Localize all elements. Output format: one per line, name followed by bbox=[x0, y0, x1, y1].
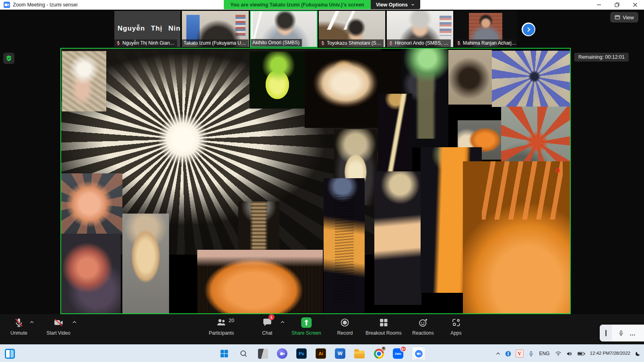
shield-check-icon bbox=[5, 55, 12, 62]
taskbar-app-word[interactable]: W bbox=[334, 348, 346, 360]
participant-thumbnail-nguyen[interactable]: Nguyễn Thị Nin... Nguyễn Thị Ninh Gian… bbox=[114, 10, 181, 47]
battery-charging-icon[interactable] bbox=[577, 351, 586, 357]
system-tray: V ENG 12:42 PM 7/28/2022 bbox=[495, 345, 641, 362]
v-app-tray-icon[interactable]: V bbox=[516, 350, 524, 358]
chrome-profile-avatar bbox=[381, 346, 386, 351]
toolbar-button-label: Share Screen bbox=[291, 330, 321, 336]
close-button[interactable] bbox=[626, 0, 644, 10]
toolbar-apps-button[interactable]: Apps bbox=[450, 317, 461, 336]
participant-name-label: Akihito Omori (SMBS) bbox=[251, 39, 302, 47]
chevron-right-icon bbox=[523, 24, 535, 35]
participant-name-label: Mahima Ranjan Acharj… bbox=[455, 39, 517, 47]
breakout-rooms-icon bbox=[378, 317, 389, 328]
participant-name-text: Hironori Ando (SMBS, … bbox=[395, 40, 448, 46]
minimize-button[interactable] bbox=[590, 0, 608, 10]
collage-photo-pale-orange-tube bbox=[374, 171, 421, 305]
remaining-time-badge: Remaining: 00:12:01 bbox=[574, 53, 629, 62]
taskbar-app-dark-gray[interactable] bbox=[257, 348, 269, 360]
next-participants-button[interactable] bbox=[522, 23, 535, 36]
collage-photo-orange-segmented-worm bbox=[324, 178, 365, 314]
taskbar-app-video-call[interactable] bbox=[276, 348, 288, 360]
taskbar-app-photoshop[interactable]: Ps bbox=[295, 348, 308, 360]
share-screen-icon bbox=[301, 317, 312, 328]
start-button[interactable] bbox=[218, 348, 230, 360]
toolbar-start-video-button[interactable]: Start Video bbox=[46, 317, 70, 336]
participant-thumbnail-ando[interactable]: Hironori Ando (SMBS, … bbox=[386, 10, 454, 47]
record-icon bbox=[340, 317, 350, 328]
zalo-icon: Zalo 5+ bbox=[393, 348, 403, 359]
participant-thumbnail-takato[interactable]: Takato Izumi (Fukuyama U… bbox=[182, 10, 249, 47]
participant-name-text: Takato Izumi (Fukuyama U… bbox=[184, 40, 246, 46]
language-indicator[interactable]: ENG bbox=[539, 351, 551, 356]
search-button[interactable] bbox=[237, 348, 250, 360]
taskbar-app-zalo[interactable]: Zalo 5+ bbox=[392, 348, 404, 360]
toolbar-breakout-rooms-button[interactable]: Breakout Rooms bbox=[365, 317, 401, 336]
toolbar-button-label: Reactions bbox=[412, 330, 433, 336]
clock-time: 12:42 PM bbox=[590, 351, 610, 356]
toolbar-button-label: Unmute bbox=[10, 330, 27, 336]
clock-date: 7/28/2022 bbox=[610, 351, 630, 356]
participant-name-text: Nguyễn Thị Ninh Gian… bbox=[122, 40, 175, 46]
collage-photo-orange-tentacle-closeup bbox=[463, 161, 571, 314]
participant-thumbnail-shimotani[interactable]: Toyokazu Shimotani (S… bbox=[318, 10, 386, 47]
viewing-screen-message: You are viewing Takato Izumi (Fukuyama U… bbox=[224, 0, 371, 9]
toolbar-button-label: Record bbox=[337, 330, 353, 336]
participant-video-strip: Nguyễn Thị Nin... Nguyễn Thị Ninh Gian… … bbox=[0, 10, 644, 47]
widgets-icon[interactable] bbox=[5, 349, 15, 359]
taskbar-app-file-explorer[interactable] bbox=[353, 348, 365, 360]
toolbar-record-button[interactable]: Record bbox=[337, 317, 353, 336]
chevron-up-icon bbox=[495, 351, 501, 356]
word-icon: W bbox=[335, 348, 345, 359]
toolbar-button-label: Participants bbox=[209, 330, 234, 336]
red-pointer-dot bbox=[556, 169, 560, 173]
participant-name-text: Akihito Omori (SMBS) bbox=[252, 40, 299, 45]
taskbar-app-illustrator[interactable]: Ai bbox=[315, 348, 327, 360]
dark-gray-app-icon bbox=[258, 349, 268, 359]
video-app-icon bbox=[277, 348, 287, 359]
bluetooth-icon[interactable] bbox=[505, 351, 511, 357]
toolbar-reactions-button[interactable]: Reactions bbox=[412, 317, 433, 336]
microphone-icon[interactable] bbox=[618, 330, 624, 336]
muted-mic-icon bbox=[456, 41, 461, 45]
meeting-security-button[interactable] bbox=[3, 53, 14, 64]
notification-badge: 1 bbox=[268, 314, 275, 320]
chevron-up-icon[interactable] bbox=[72, 319, 77, 325]
focus-assist-moon-icon[interactable] bbox=[635, 351, 641, 357]
apps-icon bbox=[451, 317, 461, 328]
taskbar-app-icons: Ps Ai W Zalo 5+ bbox=[218, 345, 426, 362]
participant-name-label: Nguyễn Thị Ninh Gian… bbox=[114, 39, 177, 47]
toolbar-participants-button[interactable]: 20 Participants bbox=[209, 317, 234, 336]
text-cursor-icon bbox=[605, 330, 607, 336]
taskbar-app-chrome[interactable] bbox=[373, 348, 385, 360]
collage-photo-beige-anemone-on-rock bbox=[122, 214, 169, 314]
view-layout-button[interactable]: View bbox=[610, 12, 638, 23]
participant-name-label: Toyokazu Shimotani (S… bbox=[319, 39, 384, 47]
volume-icon[interactable] bbox=[566, 350, 573, 357]
chevron-up-icon[interactable] bbox=[29, 319, 35, 325]
view-options-label: View Options bbox=[376, 2, 408, 8]
window-title: Zoom Meeting - Izumi sensei bbox=[13, 2, 77, 8]
participant-thumbnail-mahima[interactable]: Mahima Ranjan Acharj… bbox=[454, 10, 517, 47]
reactions-icon bbox=[418, 317, 428, 328]
microphone-tray-icon[interactable] bbox=[528, 351, 534, 357]
more-options-ellipsis[interactable]: … bbox=[630, 330, 636, 337]
unmute-icon bbox=[14, 317, 24, 328]
wifi-icon[interactable] bbox=[555, 350, 561, 357]
taskbar-clock[interactable]: 12:42 PM 7/28/2022 bbox=[590, 351, 630, 356]
meeting-content-area: Nguyễn Thị Nin... Nguyễn Thị Ninh Gian… … bbox=[0, 10, 644, 344]
participant-thumbnail-omori[interactable]: Akihito Omori (SMBS) bbox=[250, 10, 318, 47]
toolbar-chat-button[interactable]: 1 Chat bbox=[262, 317, 272, 336]
start-video-icon bbox=[53, 317, 64, 328]
chevron-up-icon[interactable] bbox=[280, 319, 285, 325]
toolbar-share-screen-button[interactable]: Share Screen bbox=[291, 317, 321, 336]
zoom-toolbar: Unmute Start Video 20 Participants 1 Cha… bbox=[0, 314, 644, 344]
participant-name-label: Hironori Ando (SMBS, … bbox=[387, 39, 451, 47]
taskbar-app-zoom[interactable] bbox=[411, 346, 426, 361]
participant-display-name: Nguyễn Thị Nin... bbox=[118, 25, 181, 33]
toolbar-unmute-button[interactable]: Unmute bbox=[10, 317, 27, 336]
hidden-icons-chevron[interactable] bbox=[495, 351, 501, 356]
restore-button[interactable] bbox=[608, 0, 626, 10]
text-cursor-segment[interactable] bbox=[600, 325, 612, 341]
windows-taskbar: Ps Ai W Zalo 5+ bbox=[0, 344, 644, 362]
view-options-button[interactable]: View Options bbox=[371, 0, 420, 9]
